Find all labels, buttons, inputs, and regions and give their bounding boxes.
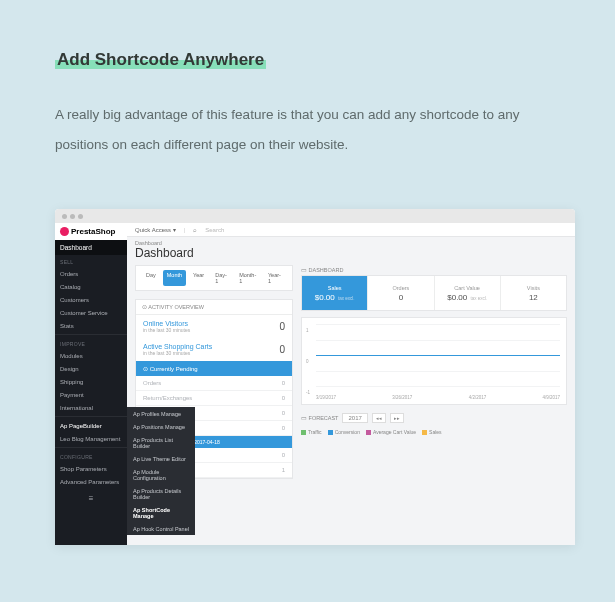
sidebar-item-customer-service[interactable]: Customer Service [55,306,127,319]
stat-active-carts: Active Shopping Carts in the last 30 min… [136,338,292,361]
stat-label: Online Visitors [143,320,190,327]
forecast-title: ▭ FORECAST [301,415,338,421]
search-icon[interactable]: ⌕ [193,227,197,233]
kpi-row: Sales $0.00 tax excl. Orders 0 Cart Valu… [301,275,567,311]
y-tick: 1 [306,328,309,333]
sidebar-item-ap-pagebuilder[interactable]: Ap PageBuilder [55,419,127,432]
flyout-item[interactable]: Ap Products List Builder [127,433,195,452]
window-dot [78,214,83,219]
flyout-item[interactable]: Ap Live Theme Editor [127,452,195,465]
legend-swatch [328,430,333,435]
y-tick: -1 [306,390,310,395]
kpi-orders[interactable]: Orders 0 [368,276,434,310]
kpi-label: Visits [527,285,540,291]
section-title: Add Shortcode Anywhere [55,50,266,69]
sidebar: PrestaShop Dashboard SELL Orders Catalog… [55,223,127,545]
topbar: Quick Access ▾ | ⌕ Search [127,223,575,237]
divider [55,447,127,448]
period-day-1[interactable]: Day-1 [211,270,232,286]
period-year-1[interactable]: Year-1 [264,270,286,286]
sidebar-item-customers[interactable]: Customers [55,293,127,306]
flyout-item[interactable]: Ap Hook Control Panel [127,522,195,535]
flyout-item[interactable]: Ap Products Details Builder [127,484,195,503]
sidebar-item-shipping[interactable]: Shipping [55,375,127,388]
legend-traffic[interactable]: Traffic [301,429,322,435]
chart-series-line [316,355,560,356]
flyout-item[interactable]: Ap Profiles Manage [127,407,195,420]
brand-logo[interactable]: PrestaShop [55,223,127,240]
sidebar-item-shop-parameters[interactable]: Shop Parameters [55,462,127,475]
stat-online-visitors: Online Visitors in the last 30 minutes 0 [136,315,292,338]
app-window: PrestaShop Dashboard SELL Orders Catalog… [55,209,575,545]
forecast-next-button[interactable]: ▸▸ [390,413,404,423]
period-year[interactable]: Year [189,270,208,286]
dashboard-panel-title: ▭ DASHBOARD [301,265,567,275]
sidebar-item-modules[interactable]: Modules [55,349,127,362]
brand-name: PrestaShop [71,227,115,236]
pending-row: Return/Exchanges0 [136,391,292,406]
pending-row: Orders0 [136,376,292,391]
forecast-header: ▭ FORECAST 2017 ◂◂ ▸▸ [301,405,567,427]
divider [55,334,127,335]
sidebar-item-orders[interactable]: Orders [55,267,127,280]
forecast-prev-button[interactable]: ◂◂ [372,413,386,423]
app-body: PrestaShop Dashboard SELL Orders Catalog… [55,223,575,545]
sidebar-item-payment[interactable]: Payment [55,388,127,401]
kpi-value: $0.00 tax excl. [447,293,487,302]
kpi-sales[interactable]: Sales $0.00 tax excl. [302,276,368,310]
period-month[interactable]: Month [163,270,186,286]
flyout-item-shortcode-manage[interactable]: Ap ShortCode Manage [127,503,195,522]
sidebar-item-stats[interactable]: Stats [55,319,127,332]
sidebar-collapse-toggle[interactable]: ≡ [55,488,127,509]
search-input[interactable]: Search [205,227,224,233]
period-selector: Day Month Year Day-1 Month-1 Year-1 [135,265,293,291]
stat-sublabel: in the last 30 minutes [143,327,190,333]
legend-swatch [422,430,427,435]
flyout-item[interactable]: Ap Module Configuration [127,465,195,484]
period-month-1[interactable]: Month-1 [235,270,261,286]
x-axis-labels: 3/19/2017 3/26/2017 4/2/2017 4/9/2017 [316,395,560,400]
sidebar-section-improve: IMPROVE [55,337,127,349]
period-day[interactable]: Day [142,270,160,286]
sidebar-section-sell: SELL [55,255,127,267]
quick-access-menu[interactable]: Quick Access ▾ [135,226,176,233]
section-title-wrap: Add Shortcode Anywhere [55,50,575,70]
currently-pending-header[interactable]: ⊙ Currently Pending [136,361,292,376]
stat-sublabel: in the last 30 minutes [143,350,212,356]
sidebar-item-design[interactable]: Design [55,362,127,375]
flyout-item[interactable]: Ap Positions Manage [127,420,195,433]
panel-title: ⊙ ACTIVITY OVERVIEW [136,300,292,315]
kpi-value: 0 [399,293,403,302]
sidebar-item-international[interactable]: International [55,401,127,414]
browser-chrome [55,209,575,223]
breadcrumb: Dashboard [127,237,575,246]
section-description: A really big advantage of this feature i… [55,100,575,159]
sidebar-section-configure: CONFIGURE [55,450,127,462]
sidebar-item-catalog[interactable]: Catalog [55,280,127,293]
kpi-visits[interactable]: Visits 12 [501,276,566,310]
legend-avg-cart[interactable]: Average Cart Value [366,429,416,435]
legend-conversion[interactable]: Conversion [328,429,360,435]
sidebar-item-dashboard[interactable]: Dashboard [55,240,127,255]
kpi-cart-value[interactable]: Cart Value $0.00 tax excl. [435,276,501,310]
sidebar-item-leo-blog[interactable]: Leo Blog Management [55,432,127,445]
legend-sales[interactable]: Sales [422,429,442,435]
legend-swatch [301,430,306,435]
sidebar-item-advanced-parameters[interactable]: Advanced Parameters [55,475,127,488]
stat-value: 0 [279,344,285,355]
stat-value: 0 [279,321,285,332]
right-column: ▭ DASHBOARD Sales $0.00 tax excl. Orders… [301,265,567,545]
kpi-value: 12 [529,293,538,302]
divider [55,416,127,417]
forecast-year: 2017 [342,413,367,423]
logo-icon [60,227,69,236]
y-tick: 0 [306,359,309,364]
kpi-label: Sales [328,285,342,291]
sidebar-flyout: Ap Profiles Manage Ap Positions Manage A… [127,407,195,535]
window-dot [70,214,75,219]
kpi-label: Orders [392,285,409,291]
sales-chart: 1 0 -1 3/19/2017 3/26/2017 [301,317,567,405]
stat-label: Active Shopping Carts [143,343,212,350]
kpi-label: Cart Value [454,285,480,291]
chart-plot-area [316,324,560,386]
